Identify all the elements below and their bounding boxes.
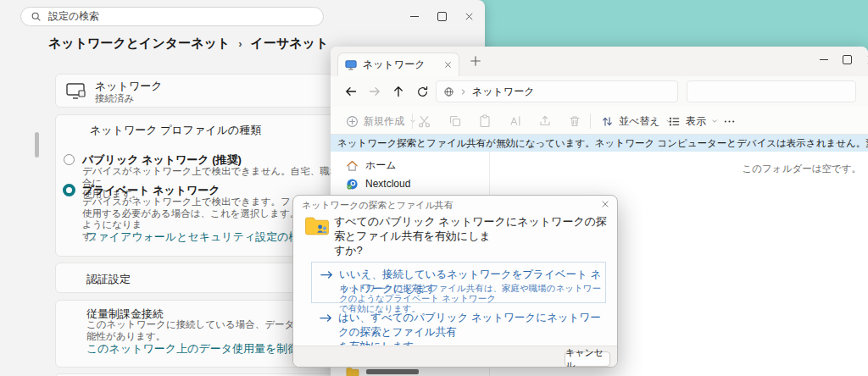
copy-icon bbox=[448, 114, 462, 128]
refresh-icon bbox=[416, 86, 429, 98]
refresh-button[interactable] bbox=[412, 81, 432, 102]
arrow-up-icon bbox=[392, 85, 405, 98]
new-item-label: 新規作成 bbox=[364, 114, 404, 129]
empty-folder-message: このフォルダーは空です。 bbox=[743, 163, 861, 175]
search-icon bbox=[31, 11, 42, 22]
sort-arrows-icon bbox=[601, 115, 614, 128]
explorer-toolbar: 新規作成 並べ替え 表示 bbox=[331, 107, 868, 135]
sidebar-item-nextcloud[interactable]: Nextcloud bbox=[331, 174, 483, 193]
breadcrumb: ネットワークとインターネット › イーサネット bbox=[48, 36, 328, 52]
ellipsis-icon bbox=[723, 115, 736, 128]
minimize-button[interactable] bbox=[402, 7, 427, 25]
network-card-status: 接続済み bbox=[95, 92, 134, 105]
shared-folder-icon bbox=[304, 216, 330, 237]
network-drive-icon bbox=[345, 59, 357, 71]
arrow-right-icon bbox=[320, 313, 332, 323]
copy-button[interactable] bbox=[445, 111, 465, 131]
cancel-button[interactable]: キャンセル bbox=[565, 351, 610, 367]
explorer-tab-network[interactable]: ネットワーク bbox=[337, 53, 459, 76]
breadcrumb-separator-icon: › bbox=[238, 37, 242, 50]
forward-button[interactable] bbox=[364, 81, 385, 102]
arrow-right-icon bbox=[320, 270, 333, 279]
sidebar-item-home[interactable]: ホーム bbox=[331, 156, 483, 174]
address-path-segment[interactable]: ネットワーク bbox=[472, 85, 534, 99]
maximize-button[interactable] bbox=[836, 50, 859, 69]
dialog-heading: すべてのパブリック ネットワークにネットワークの探索とファイル共有を有効にしま … bbox=[334, 214, 612, 257]
plus-circle-icon bbox=[346, 115, 359, 128]
delete-button[interactable] bbox=[565, 111, 585, 131]
close-button[interactable] bbox=[860, 50, 868, 69]
home-icon bbox=[346, 159, 359, 172]
private-network-radio[interactable] bbox=[63, 184, 75, 196]
sidebar-item-label: ホーム bbox=[365, 158, 397, 173]
network-location-icon bbox=[443, 86, 454, 97]
explorer-tab-bar: ネットワーク bbox=[331, 47, 868, 76]
dialog-close-button[interactable] bbox=[601, 200, 609, 208]
profile-section-header: ネットワーク プロファイルの種類 bbox=[90, 123, 261, 138]
settings-window-controls bbox=[402, 7, 481, 25]
share-icon bbox=[538, 114, 552, 128]
back-button[interactable] bbox=[341, 81, 361, 102]
close-icon bbox=[465, 12, 474, 21]
chevron-down-icon bbox=[711, 118, 718, 124]
sidebar-item-folder-partial[interactable] bbox=[346, 367, 419, 376]
dialog-title: ネットワークの探索とファイル共有 bbox=[302, 199, 453, 212]
breadcrumb-current: イーサネット bbox=[251, 36, 329, 52]
view-label: 表示 bbox=[686, 114, 706, 129]
maximize-icon bbox=[843, 55, 852, 64]
folder-icon bbox=[346, 367, 359, 376]
explorer-window-controls bbox=[812, 50, 868, 69]
network-discovery-dialog: ネットワークの探索とファイル共有 すべてのパブリック ネットワークにネットワーク… bbox=[292, 195, 618, 368]
settings-search-placeholder: 設定の検索 bbox=[48, 9, 99, 24]
settings-search-input[interactable]: 設定の検索 bbox=[20, 7, 324, 26]
settings-nav-scrollbar[interactable] bbox=[35, 132, 39, 158]
chevron-right-icon bbox=[459, 88, 467, 96]
share-button[interactable] bbox=[535, 111, 555, 131]
close-icon bbox=[601, 200, 609, 208]
tab-title: ネットワーク bbox=[363, 58, 438, 72]
minimize-button[interactable] bbox=[812, 50, 835, 69]
breadcrumb-parent[interactable]: ネットワークとインターネット bbox=[48, 36, 230, 52]
explorer-address-row: ネットワーク bbox=[331, 76, 868, 107]
new-item-button[interactable]: 新規作成 bbox=[339, 111, 423, 131]
paste-button[interactable] bbox=[475, 111, 495, 131]
more-options-button[interactable] bbox=[719, 111, 739, 131]
cut-button[interactable] bbox=[414, 111, 434, 131]
minimize-icon bbox=[820, 59, 828, 60]
up-button[interactable] bbox=[388, 81, 409, 102]
sidebar-item-label: Nextcloud bbox=[365, 178, 410, 190]
network-discovery-infobar[interactable]: ネットワーク探索とファイル共有が無効になっています。ネットワーク コンピューター… bbox=[331, 135, 868, 152]
public-network-radio[interactable] bbox=[64, 154, 75, 165]
cut-icon bbox=[417, 114, 431, 129]
option-yes-button[interactable]: はい、すべてのパブリック ネットワークにネットワークの探索とファイル共有 を有効… bbox=[311, 309, 606, 343]
view-list-icon bbox=[668, 115, 681, 128]
view-button[interactable]: 表示 bbox=[663, 111, 723, 131]
auth-settings-header: 認証設定 bbox=[86, 272, 131, 287]
minimize-icon bbox=[410, 16, 419, 17]
maximize-icon bbox=[437, 12, 447, 21]
plus-icon bbox=[470, 55, 481, 67]
arrow-left-icon bbox=[344, 85, 358, 98]
option-no-button[interactable]: いいえ、接続しているネットワークをプライベート ネットワークにします ネットワー… bbox=[311, 262, 606, 303]
close-icon bbox=[444, 61, 452, 69]
close-button[interactable] bbox=[456, 7, 481, 25]
trash-icon bbox=[568, 114, 581, 128]
firewall-settings-link[interactable]: ファイアウォールとセキュリティ設定の構成 bbox=[86, 229, 311, 245]
maximize-button[interactable] bbox=[429, 7, 454, 25]
toolbar-divider bbox=[590, 113, 591, 129]
nextcloud-icon bbox=[346, 178, 359, 191]
ethernet-icon bbox=[66, 83, 86, 100]
arrow-right-icon bbox=[368, 85, 381, 98]
folder-label-partial bbox=[366, 369, 419, 374]
new-tab-button[interactable] bbox=[470, 55, 481, 67]
paste-icon bbox=[478, 114, 492, 128]
toolbar-divider bbox=[412, 113, 413, 129]
rename-icon bbox=[509, 114, 522, 128]
sort-label: 並べ替え bbox=[619, 114, 660, 129]
rename-button[interactable] bbox=[505, 111, 526, 131]
explorer-search-input[interactable] bbox=[687, 80, 856, 102]
tab-close-button[interactable] bbox=[444, 61, 452, 69]
address-bar[interactable]: ネットワーク bbox=[436, 80, 678, 102]
